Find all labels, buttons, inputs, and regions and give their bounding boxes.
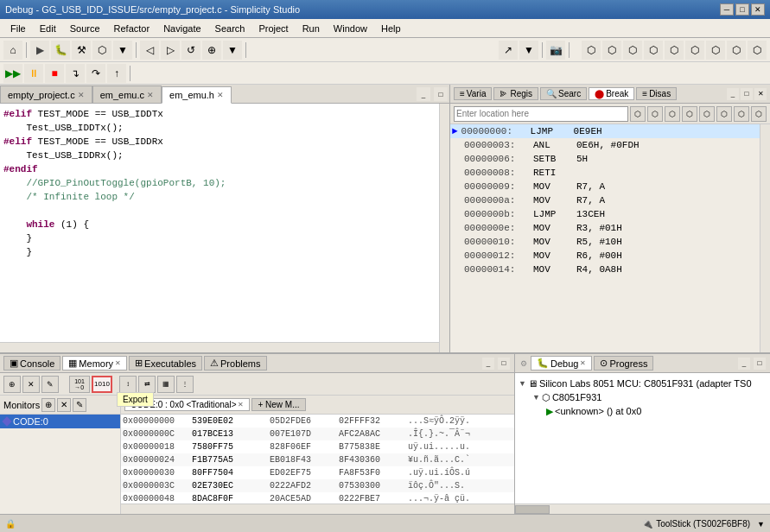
tool4[interactable]: ⊕ [202,41,221,60]
break-btn-8[interactable]: ⬡ [751,106,767,122]
tab-close-3[interactable]: ✕ [217,91,224,99]
tab-progress[interactable]: ⊙ Progress [594,356,653,370]
disasm-row[interactable]: 0000000b: LJMP 13CEH [450,207,760,221]
location-input[interactable] [454,106,628,122]
code-editor[interactable]: #elif TEST_MODE == USB_IDDTx Test_USB_ID… [0,104,449,352]
more-button[interactable]: ⋮ [176,376,194,393]
tab-empty-project[interactable]: empty_project.c ✕ [0,86,92,103]
tree-item-root[interactable]: ▼ 🖥 Silicon Labs 8051 MCU: C8051F931 (ad… [519,377,767,390]
break-btn-1[interactable]: ⬡ [630,106,646,122]
disasm-row[interactable]: 0000000a: MOV R7, A [450,193,760,207]
disasm-row[interactable]: 00000010: MOV R5, #10H [450,235,760,249]
disasm-scrollbar[interactable] [760,124,770,352]
tab-console[interactable]: ▣ Console [3,356,60,370]
columns-button[interactable]: ▦ [157,376,175,393]
tool17[interactable]: ⬡ [748,41,767,60]
menu-search[interactable]: Search [208,22,252,35]
disasm-maximize[interactable]: □ [741,88,753,100]
code-scrollbar-horizontal[interactable] [0,342,439,352]
mem-tab-new[interactable]: + New M... [251,398,305,411]
export-button[interactable]: ↕ [119,376,137,393]
tab-memory[interactable]: ▦ Memory ✕ [62,356,127,370]
menu-edit[interactable]: Edit [33,22,63,35]
terminate-button[interactable]: ■ [45,64,64,83]
scrollbar-thumb[interactable] [515,505,550,514]
tab-variables[interactable]: ≡ Varia [454,87,492,100]
disasm-row[interactable]: 00000006: SETB 5H [450,152,760,166]
disasm-row[interactable]: 00000012: MOV R6, #00H [450,249,760,263]
break-btn-4[interactable]: ⬡ [682,106,697,122]
debug-panel-maximize[interactable]: □ [754,358,766,370]
monitor-item-code0[interactable]: CODE:0 [0,415,120,428]
code-scrollbar-vertical[interactable] [439,104,449,352]
tab-registers[interactable]: ⫸ Regis [493,87,538,100]
add-monitor-btn[interactable]: ⊕ [41,398,55,412]
debug-tab-close[interactable]: ✕ [580,359,586,367]
break-btn-5[interactable]: ⬡ [699,106,715,122]
disasm-close[interactable]: ✕ [754,88,767,100]
menu-run[interactable]: Run [296,22,327,35]
tab-close-2[interactable]: ✕ [147,91,154,99]
run-button[interactable]: ▶ [30,41,49,60]
menu-window[interactable]: Window [327,22,374,35]
menu-navigate[interactable]: Navigate [156,22,207,35]
tool7[interactable]: ▼ [519,41,538,60]
edit-monitor-button[interactable]: ✎ [41,376,59,393]
forward-button[interactable]: ▷ [161,41,180,60]
tree-item-thread[interactable]: ▶ <unknown> () at 0x0 [519,404,767,418]
menu-file[interactable]: File [3,22,33,35]
close-button[interactable]: ✕ [751,3,765,16]
tool6[interactable]: ↗ [499,41,518,60]
tool1[interactable]: ⬡ [92,41,111,60]
tab-em-emu-c[interactable]: em_emu.c ✕ [92,86,162,103]
maximize-button[interactable]: □ [735,3,749,16]
debug-scrollbar-h[interactable] [515,504,770,514]
format-8bit-button[interactable]: 101→0 [69,376,90,393]
build-button[interactable]: ⚒ [72,41,91,60]
break-btn-3[interactable]: ⬡ [665,106,680,122]
tab-memory-close[interactable]: ✕ [115,359,121,367]
format-16bit-button[interactable]: 1010 [92,376,112,393]
editor-maximize[interactable]: □ [434,87,448,101]
tool13[interactable]: ⬡ [665,41,684,60]
debug-button[interactable]: 🐛 [51,41,70,60]
disasm-row[interactable]: 00000009: MOV R7, A [450,180,760,193]
disasm-row[interactable]: ► 00000000: LJMP 0E9EH [450,124,760,138]
disasm-row[interactable]: 00000014: MOV R4, 0A8H [450,263,760,276]
break-btn-6[interactable]: ⬡ [716,106,732,122]
tool10[interactable]: ⬡ [602,41,621,60]
disasm-row[interactable]: 00000008: RETI [450,166,760,180]
tab-close-1[interactable]: ✕ [78,91,85,99]
tab-search[interactable]: 🔍 Searc [540,87,587,100]
tree-item-cpu[interactable]: ▼ ⬡ C8051F931 [519,390,767,404]
disasm-minimize[interactable]: _ [727,88,739,100]
tab-em-emu-h[interactable]: em_emu.h ✕ [162,86,232,104]
suspend-button[interactable]: ⏸ [24,64,43,83]
disasm-row[interactable]: 00000003: ANL 0E6H, #0FDH [450,138,760,152]
tool14[interactable]: ⬡ [685,41,704,60]
tab-debug[interactable]: 🐛 Debug ✕ [531,356,592,370]
remove-monitor-btn[interactable]: ✕ [57,398,71,412]
menu-help[interactable]: Help [374,22,408,35]
menu-refactor[interactable]: Refactor [107,22,157,35]
tool3[interactable]: ↺ [181,41,200,60]
tab-disasm[interactable]: ≡ Disas [636,87,677,100]
tool8[interactable]: 📷 [546,41,565,60]
tab-break[interactable]: ⬤ Break [589,87,634,100]
step-return-button[interactable]: ↑ [107,64,126,83]
back-button[interactable]: ◁ [140,41,159,60]
tool9[interactable]: ⬡ [582,41,601,60]
break-btn-2[interactable]: ⬡ [647,106,663,122]
bottom-minimize[interactable]: _ [482,358,494,370]
debug-panel-minimize[interactable]: _ [738,358,750,370]
edit-monitor-btn[interactable]: ✎ [73,398,86,412]
disasm-row[interactable]: 0000000e: MOV R3, #01H [450,221,760,235]
step-into-button[interactable]: ↴ [66,64,85,83]
tool15[interactable]: ⬡ [706,41,725,60]
tab-executables[interactable]: ⊞ Executables [129,356,202,370]
tool2[interactable]: ▼ [113,41,132,60]
memory-scrollbar-h[interactable] [121,504,514,514]
new-monitor-button[interactable]: ⊕ [3,376,21,393]
break-btn-7[interactable]: ⬡ [734,106,749,122]
minimize-button[interactable]: ─ [720,3,734,16]
